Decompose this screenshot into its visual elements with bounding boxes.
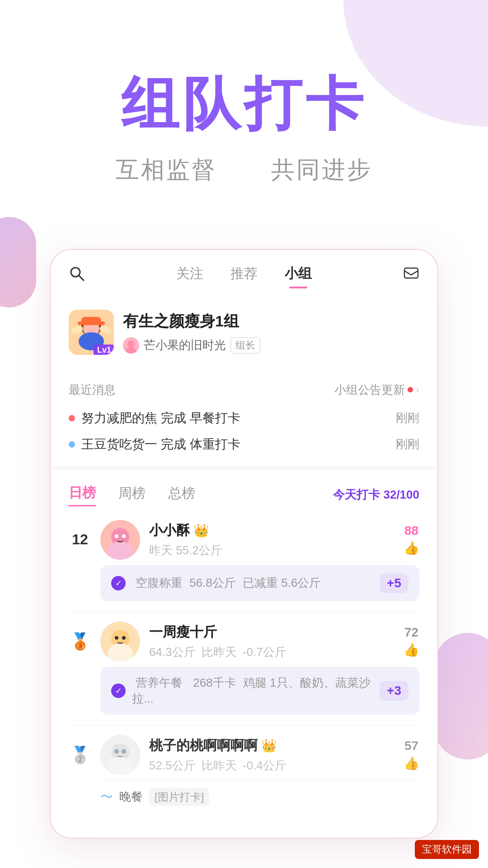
msg-dot-blue	[69, 441, 75, 448]
lb-tab-weekly[interactable]: 周榜	[118, 484, 145, 505]
owner-avatar	[123, 337, 139, 354]
avatar-face-2	[100, 622, 140, 661]
avatar-level-badge: Lv1	[94, 344, 114, 355]
lb-likes-1[interactable]: 88 👍	[404, 524, 419, 556]
tab-follow[interactable]: 关注	[176, 264, 203, 287]
lb-item-1: 12	[69, 520, 419, 601]
lb-user-info-2: 一周瘦十斤 64.3公斤 比昨天 -0.7公斤	[149, 623, 394, 660]
bg-decoration-right	[434, 633, 488, 760]
message-item-2: 王豆货吃货一 完成 体重打卡 刚刚	[69, 431, 419, 458]
messages-notice[interactable]: 小组公告更新 ›	[334, 382, 419, 398]
watermark: 宝哥软件园	[415, 840, 479, 859]
lb-item-3: 🥈	[69, 735, 419, 813]
chevron-right-icon: ›	[416, 383, 419, 396]
hero-section: 组队打卡 互相监督 共同进步	[0, 0, 488, 222]
phone-frame: 关注 推荐 小组	[50, 249, 438, 839]
group-name: 有生之颜瘦身1组	[123, 311, 419, 332]
group-avatar: Lv1	[69, 310, 114, 355]
lb-avatar-3	[100, 735, 140, 775]
lb-user-info-3: 桃子的桃啊啊啊啊 👑 52.5公斤 比昨天 -0.4公斤	[149, 736, 394, 774]
lb-user-sub-3: 52.5公斤 比昨天 -0.4公斤	[149, 758, 394, 774]
lb-avatar-1	[100, 520, 140, 560]
svg-point-27	[114, 749, 119, 754]
phone-mockup: 关注 推荐 小组	[50, 249, 438, 839]
lb-user-info-1: 小小酥 👑 昨天 55.2公斤	[149, 521, 394, 558]
message-item-1: 努力减肥的焦 完成 早餐打卡 刚刚	[69, 405, 419, 431]
lb-likes-count-2: 72	[404, 625, 418, 640]
leaderboard-section: 日榜 周榜 总榜 今天打卡 32/100 12	[51, 470, 437, 838]
leaderboard-header: 日榜 周榜 总榜 今天打卡 32/100	[69, 484, 419, 506]
tab-group[interactable]: 小组	[285, 264, 312, 287]
lb-tab-daily[interactable]: 日榜	[69, 484, 96, 506]
tab-recommend[interactable]: 推荐	[230, 264, 258, 287]
lb-card-text-2: 营养午餐 268千卡 鸡腿 1只、酸奶、蔬菜沙拉...	[132, 675, 380, 707]
lb-user-name-3: 桃子的桃啊啊啊啊 👑	[149, 736, 394, 755]
svg-point-18	[122, 534, 126, 538]
avatar-face-1	[100, 520, 140, 560]
msg-user-1: 努力减肥的焦 完成 早餐打卡	[81, 410, 240, 427]
owner-name: 芒小果的旧时光	[144, 337, 226, 353]
svg-rect-2	[404, 268, 418, 278]
lb-card-plus-1: +5	[380, 573, 408, 593]
like-icon-2: 👍	[404, 642, 419, 657]
lb-likes-count-3: 57	[404, 739, 418, 753]
message-icon[interactable]	[403, 265, 419, 285]
messages-section-title: 最近消息	[69, 382, 116, 398]
notice-dot	[408, 387, 413, 392]
svg-rect-8	[78, 321, 105, 325]
msg-user-2: 王豆货吃货一 完成 体重打卡	[81, 436, 240, 453]
bg-decoration-left	[0, 217, 36, 307]
message-left-2: 王豆货吃货一 完成 体重打卡	[69, 436, 240, 453]
lb-card-left-1: ✓ 空腹称重 56.8公斤 已减重 5.6公斤	[111, 575, 321, 591]
group-card: Lv1 有生之颜瘦身1组 芒小果的旧时光 组长	[51, 296, 437, 382]
group-info: 有生之颜瘦身1组 芒小果的旧时光 组长	[123, 311, 419, 354]
lb-user-sub-2: 64.3公斤 比昨天 -0.7公斤	[149, 644, 394, 660]
svg-point-17	[115, 534, 118, 538]
owner-badge: 组长	[230, 337, 260, 354]
lb-divider-2	[69, 726, 419, 726]
hero-subtitle-right: 共同进步	[271, 154, 372, 186]
crown-icon-3: 👑	[261, 738, 277, 753]
lb-rank-1: 12	[69, 531, 91, 548]
lb-likes-2[interactable]: 72 👍	[404, 625, 419, 657]
leaderboard-stats: 今天打卡 32/100	[333, 487, 419, 503]
messages-header: 最近消息 小组公告更新 ›	[69, 382, 419, 398]
dinner-tag: [图片打卡]	[149, 788, 209, 806]
like-icon-1: 👍	[404, 541, 419, 556]
group-owner-row: 芒小果的旧时光 组长	[123, 337, 419, 354]
stats-value: 32/100	[383, 488, 419, 501]
lb-item-2: 🥉	[69, 622, 419, 715]
lb-tab-all[interactable]: 总榜	[168, 484, 195, 505]
hero-subtitle: 互相监督 共同进步	[27, 154, 461, 186]
svg-point-22	[115, 636, 118, 640]
search-icon[interactable]	[69, 265, 85, 286]
leaderboard-tabs: 日榜 周榜 总榜	[69, 484, 195, 506]
lb-rank-3: 🥈	[69, 745, 91, 764]
group-header: Lv1 有生之颜瘦身1组 芒小果的旧时光 组长	[69, 310, 419, 355]
lb-likes-count-1: 88	[404, 524, 418, 538]
lb-user-name-1: 小小酥 👑	[149, 521, 394, 540]
lb-item-3-header: 🥈	[69, 735, 419, 775]
svg-point-28	[122, 749, 126, 754]
lb-item-1-header: 12	[69, 520, 419, 560]
like-icon-3: 👍	[404, 756, 419, 771]
dinner-type: 晚餐	[119, 789, 143, 805]
hero-subtitle-left: 互相监督	[116, 154, 217, 186]
lb-user-name-2: 一周瘦十斤	[149, 623, 394, 642]
nav-tabs: 关注 推荐 小组	[176, 264, 312, 287]
check-icon-2: ✓	[111, 684, 126, 698]
notice-text: 小组公告更新	[334, 382, 405, 398]
svg-point-23	[122, 636, 126, 640]
check-icon-1: ✓	[111, 576, 126, 590]
lb-card-plus-2: +3	[380, 681, 408, 701]
svg-line-1	[79, 276, 84, 280]
dinner-row: 〜 晚餐 [图片打卡]	[100, 780, 419, 813]
lb-likes-3[interactable]: 57 👍	[404, 739, 419, 771]
crown-icon-1: 👑	[193, 523, 209, 538]
dinner-chart-icon: 〜	[100, 788, 113, 806]
message-left-1: 努力减肥的焦 完成 早餐打卡	[69, 410, 240, 427]
svg-point-12	[127, 340, 135, 348]
messages-section: 最近消息 小组公告更新 › 努力减肥的焦 完成 早餐打卡 刚刚 王豆货吃货一 完…	[51, 382, 437, 470]
lb-card-2: ✓ 营养午餐 268千卡 鸡腿 1只、酸奶、蔬菜沙拉... +3	[100, 667, 419, 715]
lb-rank-2: 🥉	[69, 632, 91, 651]
